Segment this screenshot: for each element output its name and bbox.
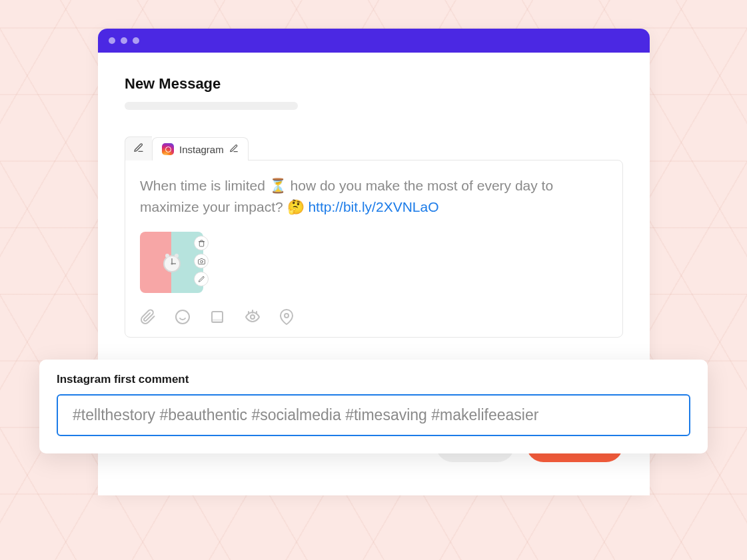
tab-instagram[interactable]: Instagram — [152, 137, 249, 160]
eye-icon[interactable] — [244, 309, 260, 325]
camera-icon — [198, 258, 205, 265]
window-control-dot[interactable] — [109, 37, 115, 44]
first-comment-input[interactable] — [57, 394, 690, 436]
placeholder-skeleton — [125, 102, 298, 110]
delete-image-button[interactable] — [194, 236, 209, 250]
pencil-icon — [229, 144, 239, 155]
svg-point-14 — [285, 314, 289, 318]
window-control-dot[interactable] — [133, 37, 139, 44]
message-text[interactable]: When time is limited ⏳ how do you make t… — [140, 175, 566, 217]
window-titlebar — [98, 29, 650, 53]
first-comment-label: Instagram first comment — [57, 373, 690, 386]
svg-point-6 — [200, 260, 203, 263]
first-comment-panel: Instagram first comment — [39, 360, 708, 453]
edit-image-button[interactable] — [194, 272, 209, 286]
frame-icon[interactable] — [209, 309, 225, 325]
emoji-icon[interactable] — [175, 309, 191, 325]
trash-icon — [198, 240, 205, 247]
svg-rect-9 — [212, 320, 223, 322]
composer-box: When time is limited ⏳ how do you make t… — [125, 160, 623, 338]
svg-point-4 — [165, 254, 169, 258]
page-title: New Message — [125, 75, 623, 93]
svg-point-5 — [175, 254, 179, 258]
instagram-icon — [162, 143, 174, 155]
clock-icon — [159, 249, 185, 276]
tab-edit[interactable] — [125, 137, 152, 160]
location-icon[interactable] — [279, 309, 295, 325]
composer-toolbar — [140, 309, 608, 325]
composer-tabs: Instagram — [125, 137, 623, 160]
pencil-icon — [133, 142, 144, 155]
pencil-icon — [198, 276, 205, 283]
message-link[interactable]: http://bit.ly/2XVNLaO — [308, 199, 438, 214]
attached-image[interactable] — [140, 232, 203, 293]
svg-point-10 — [251, 315, 255, 319]
svg-point-7 — [176, 310, 189, 324]
image-actions — [194, 236, 209, 286]
tab-instagram-label: Instagram — [179, 144, 224, 155]
window-control-dot[interactable] — [121, 37, 127, 44]
attachment-icon[interactable] — [140, 309, 156, 325]
replace-image-button[interactable] — [194, 254, 209, 268]
